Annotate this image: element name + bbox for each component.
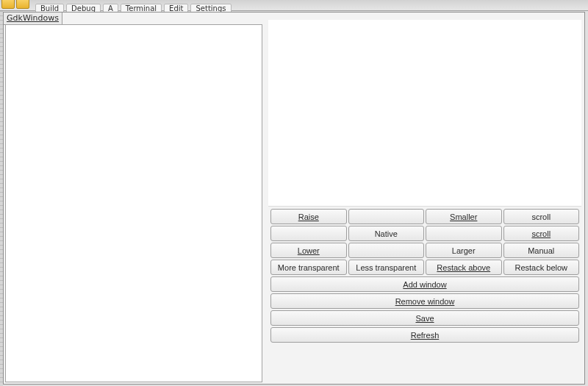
scroll-button-a[interactable]: scroll	[503, 209, 580, 224]
manual-button[interactable]: Manual	[503, 243, 580, 258]
blank-button-b3[interactable]	[426, 226, 502, 241]
control-row-refresh: Refresh	[270, 327, 579, 343]
add-window-button[interactable]: Add window	[270, 276, 579, 292]
controls-panel: Raise Smaller scroll Native scroll Lower…	[268, 207, 581, 382]
control-row-1: Raise Smaller scroll	[270, 209, 579, 224]
refresh-button[interactable]: Refresh	[270, 327, 579, 343]
restack-below-button[interactable]: Restack below	[503, 260, 580, 275]
control-row-remove: Remove window	[270, 293, 579, 309]
blank-button-a2[interactable]	[348, 209, 425, 224]
host-toolbar-icons	[1, 0, 29, 9]
control-row-save: Save	[270, 310, 579, 326]
save-button[interactable]: Save	[270, 310, 579, 326]
folder-icon[interactable]	[1, 0, 15, 9]
restack-above-button[interactable]: Restack above	[426, 260, 502, 275]
gdkwindows-tree-header[interactable]: GdkWindows	[4, 12, 62, 25]
smaller-button[interactable]: Smaller	[426, 209, 502, 224]
remove-window-button[interactable]: Remove window	[270, 293, 579, 309]
control-row-3: Lower Larger Manual	[270, 243, 579, 258]
blank-button-b1[interactable]	[270, 226, 347, 241]
larger-button[interactable]: Larger	[426, 243, 502, 258]
control-row-4: More transparent Less transparent Restac…	[270, 260, 579, 275]
lower-button[interactable]: Lower	[270, 243, 347, 258]
less-transparent-button[interactable]: Less transparent	[348, 260, 425, 275]
native-button[interactable]: Native	[348, 226, 425, 241]
gdkwindows-tree[interactable]	[5, 24, 262, 382]
right-panel: Raise Smaller scroll Native scroll Lower…	[268, 20, 581, 382]
scroll-button-b[interactable]: scroll	[503, 226, 580, 241]
preview-canvas[interactable]	[268, 20, 581, 207]
app-window: GdkWindows Raise Smaller scroll Native s…	[3, 12, 585, 385]
control-row-2: Native scroll	[270, 226, 579, 241]
control-row-add: Add window	[270, 276, 579, 292]
raise-button[interactable]: Raise	[270, 209, 347, 224]
blank-button-c2[interactable]	[348, 243, 425, 258]
more-transparent-button[interactable]: More transparent	[270, 260, 347, 275]
folder-icon[interactable]	[16, 0, 29, 9]
desktop-root: Build Debug A Terminal Edit Settings Gdk…	[0, 0, 588, 386]
